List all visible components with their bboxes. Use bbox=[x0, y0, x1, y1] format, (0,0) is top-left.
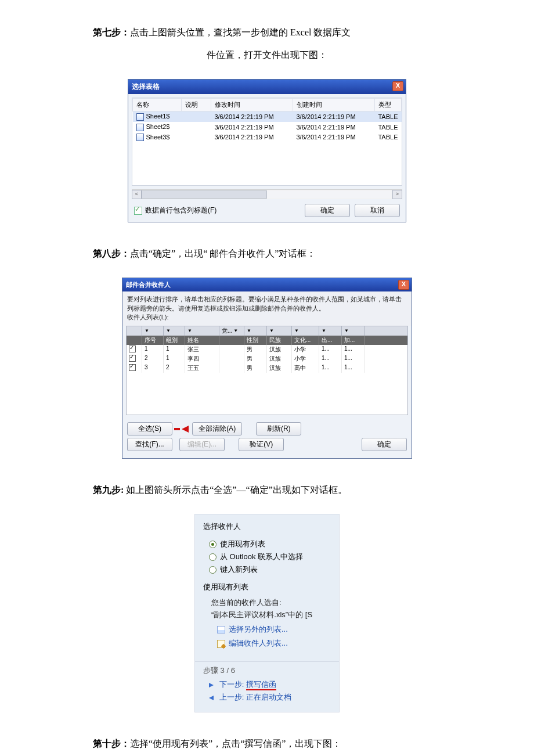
section-select-recipients: 选择收件人 bbox=[195, 519, 339, 534]
arrow-right-icon bbox=[209, 683, 214, 687]
dialog-title: 邮件合并收件人 bbox=[126, 281, 171, 288]
radio-use-existing-list[interactable]: 使用现有列表 bbox=[209, 539, 331, 549]
list-item[interactable]: 2 1 李四 男 汉族 小学 1... 1... bbox=[127, 354, 407, 363]
list-item[interactable]: 1 1 张三 男 汉族 小学 1... 1... bbox=[127, 345, 407, 354]
cancel-button[interactable]: 取消 bbox=[355, 204, 400, 217]
edit-recipient-list-link[interactable]: 编辑收件人列表... bbox=[217, 638, 331, 649]
row-checkbox[interactable] bbox=[129, 355, 136, 362]
current-source-label: 您当前的收件人选自: bbox=[211, 597, 331, 609]
step-9-text: 如上图箭头所示点击“全选”—“确定”出现如下对话框。 bbox=[124, 485, 347, 495]
clear-all-button[interactable]: 全部清除(A) bbox=[192, 422, 242, 435]
dialog-description: 要对列表进行排序，请单击相应的列标题。要缩小满足某种条件的收件人范围，如某城市，… bbox=[122, 291, 412, 325]
ok-button[interactable]: 确定 bbox=[362, 438, 407, 451]
filter-bar: ▼ ▼ ▼ 党...▼ ▼ ▼ ▼ ▼ ▼ bbox=[127, 326, 407, 336]
step-10: 第十步：选择“使用现有列表”，点击“撰写信函”，出现下图： bbox=[93, 733, 441, 754]
col-ctime[interactable]: 创建时间 bbox=[293, 99, 374, 111]
col-sex[interactable]: 性别 bbox=[244, 336, 267, 345]
filter-dropdown[interactable]: ▼ bbox=[244, 326, 267, 336]
filter-dropdown[interactable]: ▼ bbox=[164, 326, 185, 336]
step-10-label: 第十步： bbox=[93, 739, 130, 748]
col-edu[interactable]: 文化... bbox=[292, 336, 319, 345]
sheet-icon bbox=[136, 113, 144, 121]
col-chu[interactable]: 出... bbox=[319, 336, 342, 345]
current-source-value: “副本民主评议材料.xls”中的 [S bbox=[211, 609, 331, 621]
scroll-thumb[interactable] bbox=[142, 190, 267, 199]
dialog-title: 选择表格 bbox=[132, 82, 160, 91]
mail-merge-task-pane: 选择收件人 使用现有列表 从 Outlook 联系人中选择 键入新列表 使用现有… bbox=[194, 514, 340, 713]
table-row[interactable]: Sheet2$ 3/6/2014 2:21:19 PM 3/6/2014 2:2… bbox=[133, 122, 402, 132]
ok-button[interactable]: 确定 bbox=[305, 204, 350, 217]
validate-button[interactable]: 验证(V) bbox=[239, 438, 284, 451]
col-fullname[interactable]: 姓名 bbox=[185, 336, 219, 345]
col-nation[interactable]: 民族 bbox=[267, 336, 292, 345]
col-type[interactable]: 类型 bbox=[374, 99, 401, 111]
step-7-label: 第七步： bbox=[93, 27, 130, 37]
prev-step-link[interactable]: 上一步: 正在启动文档 bbox=[209, 692, 331, 703]
row-checkbox[interactable] bbox=[129, 345, 136, 352]
close-icon[interactable]: X bbox=[392, 81, 403, 91]
col-mtime[interactable]: 修改时间 bbox=[211, 99, 293, 111]
select-table-dialog: 选择表格 X 名称 说明 修改时间 创建时间 类型 Sheet1$ 3/6/20… bbox=[128, 79, 406, 222]
table-row[interactable]: Sheet1$ 3/6/2014 2:21:19 PM 3/6/2014 2:2… bbox=[133, 111, 402, 122]
sheet-icon bbox=[136, 134, 144, 141]
step-7-text-a: 点击上图箭头位置，查找第一步创建的 Excel 数据库文 bbox=[130, 27, 351, 37]
close-icon[interactable]: X bbox=[398, 280, 409, 290]
table-row[interactable]: Sheet3$ 3/6/2014 2:21:19 PM 3/6/2014 2:2… bbox=[133, 132, 402, 143]
select-all-button[interactable]: 全选(S) bbox=[127, 422, 172, 435]
checkbox-icon bbox=[134, 207, 142, 215]
sheet-icon bbox=[136, 124, 144, 131]
filter-dropdown[interactable]: ▼ bbox=[185, 326, 219, 336]
section-use-existing: 使用现有列表 bbox=[195, 579, 339, 595]
filter-dropdown[interactable]: ▼ bbox=[342, 326, 365, 336]
col-seq[interactable]: 序号 bbox=[142, 336, 164, 345]
radio-icon bbox=[209, 566, 217, 574]
annotation-arrow-icon bbox=[182, 426, 189, 433]
col-group[interactable]: 组别 bbox=[164, 336, 185, 345]
row-checkbox[interactable] bbox=[129, 364, 136, 371]
list-item[interactable]: 3 2 王五 男 汉族 高中 1... 1... bbox=[127, 363, 407, 373]
filter-dropdown[interactable]: ▼ bbox=[319, 326, 342, 336]
step-9-label: 第九步: bbox=[93, 485, 124, 495]
dialog-titlebar: 邮件合并收件人 X bbox=[122, 278, 412, 291]
col-desc[interactable]: 说明 bbox=[181, 99, 211, 111]
mail-merge-recipients-dialog: 邮件合并收件人 X 要对列表进行排序，请单击相应的列标题。要缩小满足某种条件的收… bbox=[122, 278, 412, 458]
refresh-button[interactable]: 刷新(R) bbox=[256, 422, 301, 435]
dialog-titlebar: 选择表格 X bbox=[128, 80, 406, 94]
filter-dropdown[interactable]: ▼ bbox=[292, 326, 319, 336]
step-10-text: 选择“使用现有列表”，点击“撰写信函”，出现下图： bbox=[130, 739, 341, 748]
radio-from-outlook[interactable]: 从 Outlook 联系人中选择 bbox=[209, 552, 331, 562]
radio-type-new-list[interactable]: 键入新列表 bbox=[209, 564, 331, 575]
grid-header: 序号 组别 姓名 性别 民族 文化... 出... 加... bbox=[127, 336, 407, 345]
step-7: 第七步：点击上图箭头位置，查找第一步创建的 Excel 数据库文 bbox=[93, 22, 441, 42]
first-row-header-checkbox[interactable]: 数据首行包含列标题(F) bbox=[134, 206, 217, 215]
step-9: 第九步: 如上图箭头所示点击“全选”—“确定”出现如下对话框。 bbox=[93, 480, 441, 500]
annotation-arrow-icon bbox=[174, 428, 180, 430]
filter-dropdown[interactable]: 党...▼ bbox=[219, 326, 244, 336]
horizontal-scrollbar[interactable]: < > bbox=[132, 189, 402, 199]
next-step-link[interactable]: 下一步: 撰写信函 bbox=[209, 679, 331, 690]
sheet-table: 名称 说明 修改时间 创建时间 类型 Sheet1$ 3/6/2014 2:21… bbox=[132, 98, 402, 185]
col-jia[interactable]: 加... bbox=[342, 336, 365, 345]
step-8-text: 点击“确定”，出现“ 邮件合并收件人”对话框： bbox=[130, 249, 316, 258]
edit-button: 编辑(E)... bbox=[179, 438, 225, 451]
edit-icon bbox=[217, 640, 225, 648]
scroll-right-icon[interactable]: > bbox=[392, 190, 402, 199]
col-name[interactable]: 名称 bbox=[133, 99, 182, 111]
step-8-label: 第八步： bbox=[93, 249, 130, 258]
radio-icon bbox=[209, 553, 217, 561]
step-indicator: 步骤 3 / 6 bbox=[203, 665, 331, 676]
grid-icon bbox=[217, 626, 225, 633]
find-button[interactable]: 查找(F)... bbox=[127, 438, 172, 451]
arrow-left-icon bbox=[209, 696, 214, 700]
radio-icon bbox=[209, 541, 217, 548]
filter-dropdown[interactable]: ▼ bbox=[267, 326, 292, 336]
step-7-text-b: 件位置，打开文件出现下图： bbox=[93, 45, 441, 65]
step-8: 第八步：点击“确定”，出现“ 邮件合并收件人”对话框： bbox=[93, 243, 441, 264]
scroll-left-icon[interactable]: < bbox=[132, 190, 142, 199]
filter-dropdown[interactable]: ▼ bbox=[142, 326, 164, 336]
select-another-list-link[interactable]: 选择另外的列表... bbox=[217, 624, 331, 635]
